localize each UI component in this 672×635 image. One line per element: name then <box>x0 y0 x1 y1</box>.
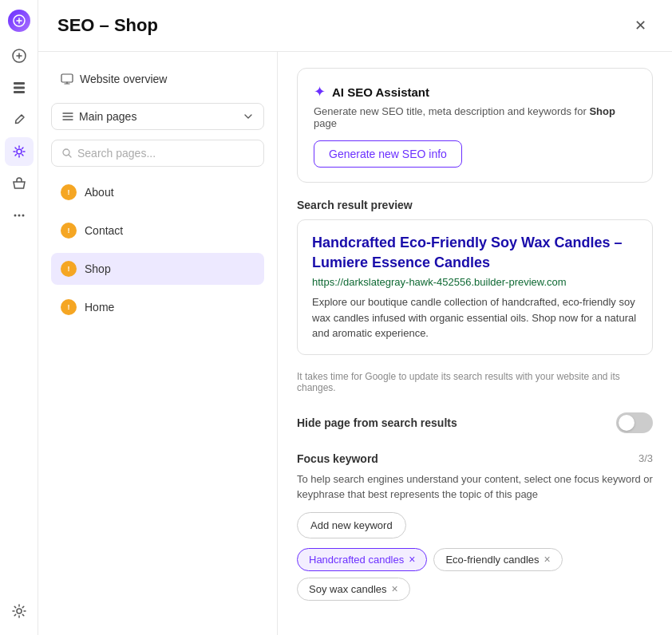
generate-seo-button[interactable]: Generate new SEO info <box>314 140 462 168</box>
settings-icon[interactable] <box>5 597 34 625</box>
app-logo <box>8 10 30 32</box>
layers-icon[interactable] <box>5 73 34 102</box>
search-result-url: https://darkslategray-hawk-452556.builde… <box>312 276 638 288</box>
hide-page-label: Hide page from search results <box>297 416 457 429</box>
about-label: About <box>85 186 114 199</box>
sidebar-item-about[interactable]: ! About <box>51 176 264 208</box>
main-wrapper: SEO – Shop ✕ Website overview Main pages… <box>38 0 672 635</box>
about-warning-dot: ! <box>61 184 77 200</box>
svg-rect-2 <box>14 82 25 85</box>
home-warning-dot: ! <box>61 299 77 315</box>
ai-title: AI SEO Assistant <box>332 85 429 99</box>
keywords-list: Handcrafted candles × Eco-friendly candl… <box>297 548 653 601</box>
focus-keyword-count: 3/3 <box>638 452 653 464</box>
keyword-remove-eco[interactable]: × <box>544 554 551 565</box>
sidebar-item-shop[interactable]: ! Shop <box>51 253 264 285</box>
keyword-label-soy: Soy wax candles <box>309 583 387 595</box>
keyword-remove-handcrafted[interactable]: × <box>409 554 415 565</box>
right-panel: ✦ AI SEO Assistant Generate new SEO titl… <box>278 52 672 635</box>
hide-page-toggle[interactable] <box>616 412 653 433</box>
keyword-label-handcrafted: Handcrafted candles <box>309 554 404 566</box>
contact-label: Contact <box>85 224 123 237</box>
svg-point-8 <box>22 215 24 217</box>
svg-point-6 <box>14 215 16 217</box>
home-label: Home <box>85 301 114 314</box>
keyword-remove-soy[interactable]: × <box>392 583 398 594</box>
focus-keyword-label: Focus keyword <box>297 452 378 465</box>
keyword-tag-handcrafted[interactable]: Handcrafted candles × <box>297 548 427 571</box>
hide-page-row: Hide page from search results <box>297 409 653 436</box>
shop-warning-dot: ! <box>61 261 77 277</box>
svg-rect-4 <box>14 91 25 93</box>
ai-assistant-card: ✦ AI SEO Assistant Generate new SEO titl… <box>297 68 653 183</box>
focus-keyword-section: Focus keyword 3/3 To help search engines… <box>297 452 653 601</box>
sidebar: Website overview Main pages Search pages… <box>38 52 278 635</box>
shop-label: Shop <box>85 262 111 275</box>
search-result-title: Search result preview <box>297 199 653 211</box>
sidebar-item-home[interactable]: ! Home <box>51 291 264 323</box>
header: SEO – Shop ✕ <box>38 0 672 52</box>
ai-sparkle-icon: ✦ <box>314 83 326 101</box>
ai-page-name: Shop <box>589 105 615 117</box>
add-keyword-button[interactable]: Add new keyword <box>297 512 406 538</box>
focus-keyword-header: Focus keyword 3/3 <box>297 452 653 465</box>
search-result-section: Search result preview Handcrafted Eco-Fr… <box>297 199 653 355</box>
keyword-label-eco: Eco-friendly candles <box>445 554 539 566</box>
page-title: SEO – Shop <box>57 15 158 36</box>
search-placeholder: Search pages... <box>77 147 156 160</box>
focus-keyword-description: To help search engines understand your c… <box>297 471 653 503</box>
shop-icon[interactable] <box>5 169 34 198</box>
google-update-note: It takes time for Google to update its s… <box>297 371 653 393</box>
menu-icon <box>61 110 74 123</box>
website-overview-label: Website overview <box>80 73 167 85</box>
search-result-description: Explore our boutique candle collection o… <box>312 294 638 341</box>
close-button[interactable]: ✕ <box>627 13 653 38</box>
ai-description: Generate new SEO title, meta description… <box>314 105 636 129</box>
pages-dropdown[interactable]: Main pages <box>51 103 264 130</box>
keyword-tag-soy[interactable]: Soy wax candles × <box>297 578 410 601</box>
svg-point-9 <box>17 609 22 613</box>
chevron-down-icon <box>243 111 254 122</box>
svg-point-5 <box>17 149 22 154</box>
icon-bar <box>0 0 38 635</box>
brush-icon[interactable] <box>5 105 34 134</box>
keyword-tag-eco[interactable]: Eco-friendly candles × <box>433 548 562 571</box>
dropdown-left: Main pages <box>61 110 136 123</box>
content-area: Website overview Main pages Search pages… <box>38 52 672 635</box>
sparkle-icon[interactable] <box>5 137 34 166</box>
ai-card-header: ✦ AI SEO Assistant <box>314 83 636 101</box>
add-icon[interactable] <box>5 41 34 70</box>
search-icon <box>61 148 73 159</box>
sidebar-item-contact[interactable]: ! Contact <box>51 215 264 247</box>
contact-warning-dot: ! <box>61 223 77 239</box>
svg-rect-10 <box>61 74 73 82</box>
svg-rect-3 <box>14 87 25 89</box>
more-icon[interactable] <box>5 201 34 230</box>
search-preview-card: Handcrafted Eco-Friendly Soy Wax Candles… <box>297 219 653 355</box>
monitor-icon <box>61 73 73 85</box>
svg-point-7 <box>18 215 20 217</box>
search-result-heading: Handcrafted Eco-Friendly Soy Wax Candles… <box>312 233 638 273</box>
website-overview-item[interactable]: Website overview <box>51 65 264 93</box>
dropdown-label: Main pages <box>79 110 136 123</box>
search-pages-input[interactable]: Search pages... <box>51 140 264 167</box>
